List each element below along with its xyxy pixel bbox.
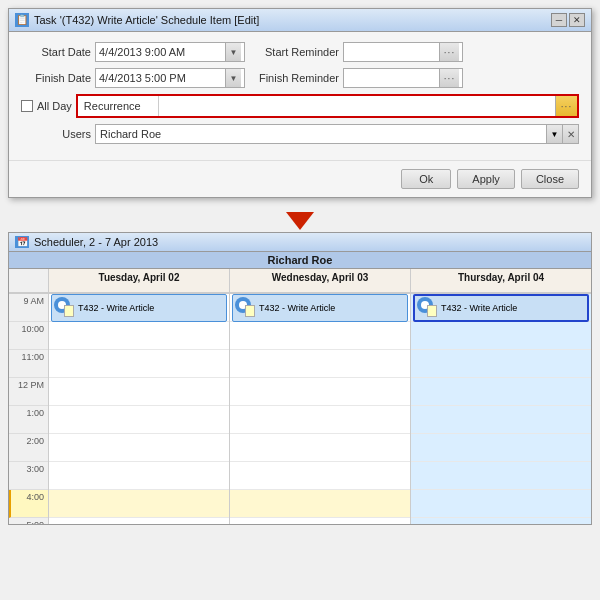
- all-day-recurrence-row: All Day Recurrence ···: [21, 94, 579, 118]
- all-day-checkbox[interactable]: [21, 100, 33, 112]
- time-column-header: [9, 269, 49, 293]
- minimize-button[interactable]: ─: [551, 13, 567, 27]
- down-arrow-icon: [286, 212, 314, 230]
- tuesday-1-slot: [49, 406, 229, 434]
- finish-date-dropdown[interactable]: ▼: [225, 69, 241, 87]
- thursday-3-slot: [411, 462, 591, 490]
- wednesday-9am-slot: T432 - Write Article: [230, 294, 410, 322]
- thursday-4-slot: [411, 490, 591, 518]
- day-header-wednesday: Wednesday, April 03: [230, 269, 411, 293]
- all-day-checkbox-label[interactable]: All Day: [21, 100, 72, 112]
- wednesday-1-slot: [230, 406, 410, 434]
- start-date-row: Start Date 4/4/2013 9:00 AM ▼ Start Remi…: [21, 42, 579, 62]
- finish-date-input[interactable]: 4/4/2013 5:00 PM ▼: [95, 68, 245, 88]
- thursday-9am-slot: T432 - Write Article: [411, 294, 591, 322]
- thursday-2-slot: [411, 434, 591, 462]
- scheduler-title-text: Scheduler, 2 - 7 Apr 2013: [34, 236, 158, 248]
- recurrence-field-wrap: Recurrence ···: [76, 94, 579, 118]
- start-reminder-dots[interactable]: ···: [439, 43, 459, 61]
- dialog-footer: Ok Apply Close: [9, 160, 591, 197]
- thursday-1-slot: [411, 406, 591, 434]
- scheduler-title-icon: 📅: [15, 236, 29, 248]
- start-date-dropdown[interactable]: ▼: [225, 43, 241, 61]
- tuesday-event-label: T432 - Write Article: [78, 303, 154, 313]
- users-clear-button[interactable]: ✕: [562, 125, 578, 143]
- users-value: Richard Roe: [96, 127, 546, 141]
- dialog-title-text: Task '(T432) Write Article' Schedule Ite…: [34, 14, 259, 26]
- day-column-thursday: T432 - Write Article: [411, 294, 591, 524]
- users-label: Users: [21, 128, 91, 140]
- time-slot-4: 4:00: [9, 490, 48, 518]
- dialog-body: Start Date 4/4/2013 9:00 AM ▼ Start Remi…: [9, 32, 591, 160]
- wednesday-5-slot: [230, 518, 410, 524]
- tuesday-5-slot: [49, 518, 229, 524]
- titlebar-controls: ─ ✕: [551, 13, 585, 27]
- edit-dialog: 📋 Task '(T432) Write Article' Schedule I…: [8, 8, 592, 198]
- dialog-title: 📋 Task '(T432) Write Article' Schedule I…: [15, 13, 259, 27]
- time-slot-11: 11:00: [9, 350, 48, 378]
- thursday-5-slot: [411, 518, 591, 524]
- finish-date-value: 4/4/2013 5:00 PM: [99, 72, 225, 84]
- resource-name-header: Richard Roe: [9, 252, 591, 269]
- wednesday-11-slot: [230, 350, 410, 378]
- tuesday-11-slot: [49, 350, 229, 378]
- scheduler-grid: 9 AM 10:00 11:00 12 PM 1:00 2:00 3:00 4:…: [9, 294, 591, 524]
- finish-date-row: Finish Date 4/4/2013 5:00 PM ▼ Finish Re…: [21, 68, 579, 88]
- time-slot-10: 10:00: [9, 322, 48, 350]
- day-columns: T432 - Write Article: [49, 294, 591, 524]
- finish-reminder-input[interactable]: ···: [343, 68, 463, 88]
- close-button[interactable]: Close: [521, 169, 579, 189]
- start-date-value: 4/4/2013 9:00 AM: [99, 46, 225, 58]
- title-icon: 📋: [15, 13, 29, 27]
- arrow-container: [0, 206, 600, 232]
- recurrence-input[interactable]: Recurrence ···: [78, 96, 577, 116]
- wednesday-12-slot: [230, 378, 410, 406]
- day-column-tuesday: T432 - Write Article: [49, 294, 230, 524]
- start-date-label: Start Date: [21, 46, 91, 58]
- start-date-input[interactable]: 4/4/2013 9:00 AM ▼: [95, 42, 245, 62]
- wednesday-10-slot: [230, 322, 410, 350]
- tuesday-9am-slot: T432 - Write Article: [49, 294, 229, 322]
- recurrence-label: Recurrence: [78, 99, 158, 113]
- time-slot-5: 5:00: [9, 518, 48, 524]
- users-dropdown-button[interactable]: ▼: [546, 125, 562, 143]
- thursday-11-slot: [411, 350, 591, 378]
- tuesday-2-slot: [49, 434, 229, 462]
- apply-button[interactable]: Apply: [457, 169, 515, 189]
- thursday-10-slot: [411, 322, 591, 350]
- scheduler-titlebar: 📅 Scheduler, 2 - 7 Apr 2013: [9, 233, 591, 252]
- tuesday-12-slot: [49, 378, 229, 406]
- finish-reminder-label: Finish Reminder: [249, 72, 339, 84]
- start-reminder-label: Start Reminder: [249, 46, 339, 58]
- wednesday-event-label: T432 - Write Article: [259, 303, 335, 313]
- time-slot-2: 2:00: [9, 434, 48, 462]
- finish-date-label: Finish Date: [21, 72, 91, 84]
- day-headers: Tuesday, April 02 Wednesday, April 03 Th…: [9, 269, 591, 294]
- time-slot-1: 1:00: [9, 406, 48, 434]
- tuesday-4-slot: [49, 490, 229, 518]
- ok-button[interactable]: Ok: [401, 169, 451, 189]
- time-slot-3: 3:00: [9, 462, 48, 490]
- thursday-12-slot: [411, 378, 591, 406]
- wednesday-event[interactable]: T432 - Write Article: [232, 294, 408, 322]
- close-title-button[interactable]: ✕: [569, 13, 585, 27]
- thursday-event-label: T432 - Write Article: [441, 303, 517, 313]
- tuesday-3-slot: [49, 462, 229, 490]
- tuesday-event[interactable]: T432 - Write Article: [51, 294, 227, 322]
- day-header-thursday: Thursday, April 04: [411, 269, 591, 293]
- tuesday-10-slot: [49, 322, 229, 350]
- day-column-wednesday: T432 - Write Article: [230, 294, 411, 524]
- recurrence-value-field[interactable]: [158, 96, 555, 116]
- finish-reminder-dots[interactable]: ···: [439, 69, 459, 87]
- dialog-titlebar: 📋 Task '(T432) Write Article' Schedule I…: [9, 9, 591, 32]
- thursday-event[interactable]: T432 - Write Article: [413, 294, 589, 322]
- all-day-label: All Day: [37, 100, 72, 112]
- time-slots-column: 9 AM 10:00 11:00 12 PM 1:00 2:00 3:00 4:…: [9, 294, 49, 524]
- wednesday-2-slot: [230, 434, 410, 462]
- users-input[interactable]: Richard Roe ▼ ✕: [95, 124, 579, 144]
- start-reminder-input[interactable]: ···: [343, 42, 463, 62]
- recurrence-dots-button[interactable]: ···: [555, 96, 577, 116]
- wednesday-3-slot: [230, 462, 410, 490]
- wednesday-4-slot: [230, 490, 410, 518]
- scheduler: 📅 Scheduler, 2 - 7 Apr 2013 Richard Roe …: [8, 232, 592, 525]
